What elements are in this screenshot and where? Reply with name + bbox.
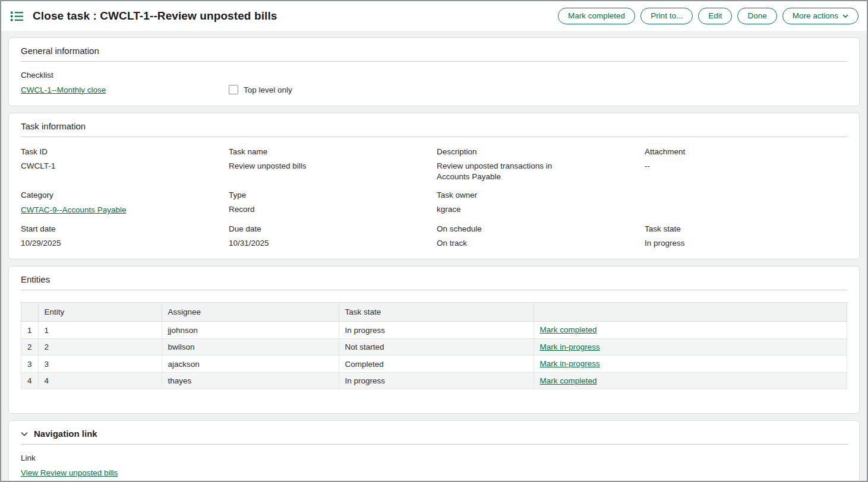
entity-column-header: Entity bbox=[38, 303, 162, 322]
mark-in-progress-link[interactable]: Mark in-progress bbox=[540, 359, 600, 368]
field-task-id: Task ID CWCLT-1 bbox=[21, 147, 229, 182]
task-state-column-header: Task state bbox=[339, 303, 534, 322]
more-actions-button[interactable]: More actions bbox=[782, 8, 858, 24]
page-title: Close task : CWCLT-1--Review unposted bi… bbox=[33, 9, 277, 23]
action-column-header bbox=[534, 303, 847, 322]
field-type: Type Record bbox=[229, 191, 437, 215]
general-information-section: General information Checklist CWCL-1--Mo… bbox=[8, 37, 860, 106]
mark-completed-button[interactable]: Mark completed bbox=[558, 8, 635, 24]
edit-button[interactable]: Edit bbox=[698, 8, 732, 24]
task-state-cell: Completed bbox=[339, 356, 534, 373]
assignee-cell: thayes bbox=[162, 372, 339, 389]
more-actions-label: More actions bbox=[793, 11, 838, 21]
action-cell: Mark completed bbox=[534, 322, 847, 339]
mark-completed-link[interactable]: Mark completed bbox=[540, 325, 597, 334]
field-start-date: Start date 10/29/2025 bbox=[21, 224, 229, 248]
field-attachment: Attachment -- bbox=[645, 147, 847, 182]
entity-cell: 1 bbox=[38, 322, 162, 339]
field-task-state: Task state In progress bbox=[645, 224, 847, 248]
entities-table: Entity Assignee Task state 1 1 jjohnson … bbox=[21, 302, 847, 389]
field-task-name: Task name Review unposted bills bbox=[229, 147, 437, 182]
page: Close task : CWCLT-1--Review unposted bi… bbox=[0, 0, 868, 482]
field-due-date: Due date 10/31/2025 bbox=[229, 224, 437, 248]
view-review-unposted-bills-link[interactable]: View Review unposted bills bbox=[21, 468, 118, 477]
category-link[interactable]: CWTAC-9--Accounts Payable bbox=[21, 205, 127, 214]
assignee-cell: jjohnson bbox=[162, 322, 339, 339]
checklist-list-icon[interactable] bbox=[10, 10, 24, 23]
field-task-owner: Task owner kgrace bbox=[437, 191, 645, 215]
task-state-cell: In progress bbox=[339, 372, 534, 389]
table-row: 3 3 ajackson Completed Mark in-progress bbox=[21, 356, 847, 373]
table-row: 4 4 thayes In progress Mark completed bbox=[21, 372, 847, 389]
entities-section: Entities Entity Assignee Task state bbox=[8, 266, 860, 414]
print-to-button[interactable]: Print to... bbox=[640, 8, 693, 24]
general-information-title: General information bbox=[21, 46, 847, 62]
action-cell: Mark in-progress bbox=[534, 356, 847, 373]
entities-title: Entities bbox=[21, 274, 847, 290]
header: Close task : CWCLT-1--Review unposted bi… bbox=[1, 1, 867, 31]
action-cell: Mark in-progress bbox=[534, 338, 847, 356]
top-level-only-checkbox[interactable] bbox=[229, 85, 238, 94]
field-empty bbox=[645, 191, 847, 215]
checklist-label: Checklist bbox=[21, 71, 229, 81]
chevron-down-icon bbox=[842, 14, 848, 18]
checklist-link[interactable]: CWCL-1--Monthly close bbox=[21, 85, 106, 94]
collapse-chevron-icon[interactable] bbox=[21, 432, 28, 436]
field-category: Category CWTAC-9--Accounts Payable bbox=[21, 191, 229, 215]
main-content: General information Checklist CWCL-1--Mo… bbox=[1, 31, 867, 482]
mark-in-progress-link[interactable]: Mark in-progress bbox=[540, 343, 600, 351]
assignee-column-header: Assignee bbox=[162, 303, 339, 322]
row-number-header bbox=[21, 303, 39, 322]
navigation-link-title: Navigation link bbox=[34, 429, 97, 439]
table-row: 1 1 jjohnson In progress Mark completed bbox=[21, 322, 847, 339]
mark-completed-link[interactable]: Mark completed bbox=[540, 376, 597, 385]
done-button[interactable]: Done bbox=[737, 8, 777, 24]
entity-cell: 3 bbox=[38, 356, 162, 373]
table-header-row: Entity Assignee Task state bbox=[21, 303, 847, 322]
task-information-title: Task information bbox=[21, 121, 847, 137]
navigation-link-section: Navigation link Link View Review unposte… bbox=[8, 420, 860, 482]
assignee-cell: ajackson bbox=[162, 356, 339, 373]
field-on-schedule: On schedule On track bbox=[437, 224, 645, 248]
table-row: 2 2 bwilson Not started Mark in-progress bbox=[21, 338, 847, 356]
action-cell: Mark completed bbox=[534, 372, 847, 389]
task-information-section: Task information Task ID CWCLT-1 Task na… bbox=[8, 113, 860, 259]
task-state-cell: In progress bbox=[339, 322, 534, 339]
entity-cell: 2 bbox=[38, 338, 162, 356]
field-description: Description Review unposted transactions… bbox=[437, 147, 645, 182]
header-buttons: Mark completed Print to... Edit Done Mor… bbox=[558, 8, 858, 24]
top-level-only-label: Top level only bbox=[244, 85, 292, 94]
task-state-cell: Not started bbox=[339, 338, 534, 356]
assignee-cell: bwilson bbox=[162, 338, 339, 356]
entity-cell: 4 bbox=[38, 372, 162, 389]
link-label: Link bbox=[21, 454, 847, 464]
